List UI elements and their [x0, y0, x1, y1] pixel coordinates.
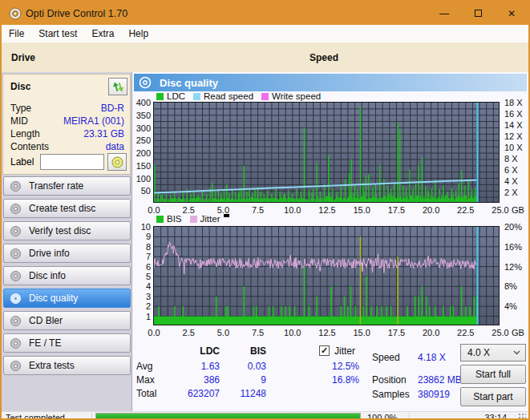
- disc-quality-icon: [139, 76, 152, 89]
- row-label-total: Total: [136, 388, 156, 399]
- minimize-button[interactable]: —: [427, 2, 461, 25]
- axis-tick: 50: [132, 186, 151, 196]
- legend-swatch: [261, 93, 269, 100]
- test-speed-select[interactable]: 4.0 X: [460, 344, 526, 361]
- start-part-button[interactable]: Start part: [460, 387, 526, 406]
- axis-tick: 400: [132, 98, 151, 107]
- axis-tick: 20%: [504, 222, 530, 232]
- axis-tick: 1: [132, 312, 151, 321]
- axis-tick: 6 X: [504, 165, 530, 175]
- status-bar: Test completed 100.0% 33:14: [2, 411, 528, 418]
- axis-tick: GB: [512, 328, 524, 337]
- disc-field-contents: Contentsdata: [10, 141, 124, 152]
- disc-field-type: TypeBD-R: [10, 103, 124, 114]
- menu-bar: File Start test Extra Help: [2, 25, 528, 43]
- axis-tick: 4%: [504, 301, 530, 311]
- maximize-button[interactable]: [461, 2, 495, 25]
- app-icon: [9, 7, 22, 20]
- resize-grip[interactable]: [518, 413, 526, 420]
- menu-start-test[interactable]: Start test: [31, 25, 84, 42]
- app-window: Opti Drive Control 1.70 — ✕ File Start t…: [0, 0, 530, 420]
- value-avg-bis: 0.03: [230, 361, 266, 372]
- value-avg-ldc: 1.63: [180, 361, 220, 372]
- axis-tick: GB: [512, 205, 524, 215]
- write-label-button[interactable]: [107, 153, 127, 171]
- axis-tick: 20.0: [417, 205, 446, 215]
- axis-tick: 12.5: [313, 328, 342, 337]
- window-title: Opti Drive Control 1.70: [26, 8, 127, 19]
- disc-field-mid: MIDMEIRA1 (001): [10, 115, 124, 127]
- axis-tick: 10: [132, 222, 151, 232]
- axis-tick: 22.5: [451, 328, 480, 337]
- axis-tick: 25.0: [486, 205, 515, 215]
- axis-tick: 3: [132, 292, 151, 301]
- start-full-button[interactable]: Start full: [460, 365, 526, 384]
- disc-field-length: Length23.31 GB: [10, 128, 124, 139]
- axis-tick: 250: [132, 135, 151, 145]
- speed-result-value: 4.18 X: [418, 352, 446, 363]
- value-max-jitter: 16.8%: [306, 374, 359, 386]
- sidebar-item-cd-bler[interactable]: CD Bler: [3, 311, 131, 330]
- sidebar-item-disc-quality[interactable]: Disc quality: [3, 289, 131, 308]
- axis-tick: 6: [132, 262, 151, 272]
- jitter-checkbox[interactable]: ✓: [319, 345, 330, 356]
- position-label: Position: [372, 374, 407, 386]
- axis-tick: 18 X: [504, 98, 530, 107]
- progress-percent: 100.0%: [367, 413, 397, 420]
- axis-tick: 20.0: [417, 328, 446, 337]
- disc-type-value: BD-R: [101, 103, 124, 114]
- axis-tick: 7.5: [244, 205, 273, 215]
- progress-fill: [96, 414, 360, 420]
- disc-icon: [10, 337, 22, 349]
- axis-tick: 10.0: [278, 205, 307, 215]
- value-max-ldc: 386: [180, 374, 220, 386]
- axis-tick: 200: [132, 148, 151, 158]
- disc-length-value: 23.31 GB: [83, 128, 124, 139]
- value-avg-jitter: 12.5%: [306, 361, 359, 372]
- axis-tick: 100: [132, 174, 151, 184]
- disc-icon: [10, 248, 22, 260]
- axis-tick: 4 X: [504, 176, 530, 186]
- disc-contents-value: data: [106, 141, 124, 152]
- chevron-down-icon: [513, 350, 520, 355]
- sidebar-item-verify-test-disc[interactable]: Verify test disc: [3, 221, 131, 240]
- sidebar-item-transfer-rate[interactable]: Transfer rate: [3, 176, 131, 196]
- label-input[interactable]: [40, 154, 104, 170]
- axis-tick: 2 X: [504, 188, 530, 197]
- sidebar-item-extra-tests[interactable]: Extra tests: [3, 356, 131, 375]
- drive-label: Drive: [11, 52, 35, 63]
- speed-result-label: Speed: [372, 352, 400, 363]
- menu-extra[interactable]: Extra: [84, 25, 121, 42]
- axis-tick: 22.5: [451, 205, 480, 215]
- sidebar-item-drive-info[interactable]: Drive info: [3, 244, 131, 263]
- row-label-max: Max: [136, 374, 155, 386]
- disc-icon: [10, 270, 22, 282]
- close-button[interactable]: ✕: [495, 2, 528, 25]
- sidebar-item-disc-info[interactable]: Disc info: [3, 266, 131, 285]
- title-bar: Opti Drive Control 1.70 — ✕: [2, 2, 528, 25]
- axis-tick: 16 X: [504, 109, 530, 119]
- ldc-chart: [153, 102, 500, 203]
- value-max-bis: 9: [230, 374, 266, 386]
- axis-tick: 10 X: [504, 143, 530, 152]
- axis-tick: 17.5: [382, 205, 411, 215]
- axis-tick: 15.0: [347, 205, 376, 215]
- menu-help[interactable]: Help: [121, 25, 156, 42]
- sidebar-item-create-test-disc[interactable]: Create test disc: [3, 199, 131, 218]
- bis-jitter-chart-legend: BISJitter: [156, 214, 229, 224]
- axis-tick: 350: [132, 111, 151, 120]
- col-header-bis: BIS: [230, 345, 266, 357]
- toolbar: Drive (J:) ATAPI iHBS312 2 PL17 Speed 4.…: [2, 43, 528, 72]
- axis-tick: 12%: [504, 262, 530, 272]
- axis-tick: 8%: [504, 281, 530, 291]
- statusbar-separator: [91, 413, 92, 420]
- rescan-disc-button[interactable]: [108, 78, 127, 95]
- bis-jitter-chart: [153, 226, 500, 325]
- menu-file[interactable]: File: [2, 25, 31, 42]
- sidebar-item-fe-te[interactable]: FE / TE: [3, 333, 131, 353]
- axis-tick: 7.5: [244, 328, 273, 337]
- maximize-icon: [475, 10, 482, 17]
- axis-tick: 14 X: [504, 120, 530, 130]
- axis-tick: 9: [132, 232, 151, 241]
- label-field-label: Label: [10, 156, 34, 168]
